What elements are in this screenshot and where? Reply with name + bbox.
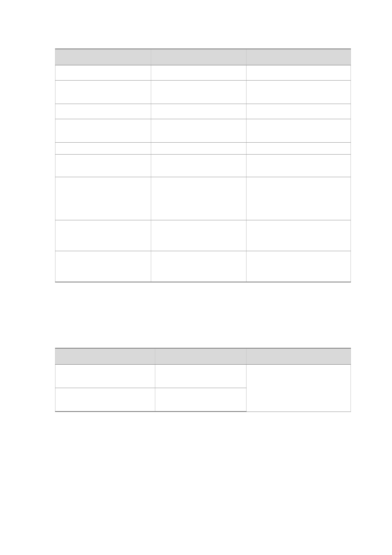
cell	[151, 65, 247, 81]
table-2-header-row	[55, 348, 351, 365]
cell	[55, 365, 155, 388]
cell	[151, 155, 247, 177]
cell	[151, 104, 247, 119]
cell	[247, 119, 351, 143]
page	[0, 0, 392, 555]
cell	[55, 155, 151, 177]
table-row	[55, 251, 351, 282]
table-1-header-3	[247, 49, 351, 65]
cell	[55, 65, 151, 81]
table-row	[55, 155, 351, 177]
table-row	[55, 177, 351, 220]
cell	[55, 104, 151, 119]
table-row	[55, 65, 351, 81]
cell	[55, 388, 155, 412]
table-row	[55, 119, 351, 143]
cell	[155, 388, 247, 412]
cell	[155, 365, 247, 388]
cell	[247, 177, 351, 220]
cell	[151, 143, 247, 155]
table-2-header-2	[155, 348, 247, 365]
cell	[247, 155, 351, 177]
table-1-header-1	[55, 49, 151, 65]
cell	[55, 143, 151, 155]
cell	[55, 119, 151, 143]
cell	[55, 177, 151, 220]
table-2-header-1	[55, 348, 155, 365]
table-2-header-3	[247, 348, 351, 365]
table-row	[55, 81, 351, 104]
cell	[247, 65, 351, 81]
table-row	[55, 365, 351, 388]
cell	[247, 104, 351, 119]
table-2	[55, 348, 351, 412]
table-row	[55, 143, 351, 155]
cell	[151, 251, 247, 282]
cell	[55, 220, 151, 251]
cell	[151, 119, 247, 143]
table-1	[55, 49, 351, 282]
cell	[247, 365, 351, 412]
cell	[55, 251, 151, 282]
cell	[247, 81, 351, 104]
table-row	[55, 220, 351, 251]
cell	[247, 143, 351, 155]
table-row	[55, 104, 351, 119]
cell	[151, 177, 247, 220]
cell	[151, 220, 247, 251]
cell	[55, 81, 151, 104]
cell	[247, 251, 351, 282]
table-1-header-row	[55, 49, 351, 65]
table-1-header-2	[151, 49, 247, 65]
cell	[247, 220, 351, 251]
cell	[151, 81, 247, 104]
